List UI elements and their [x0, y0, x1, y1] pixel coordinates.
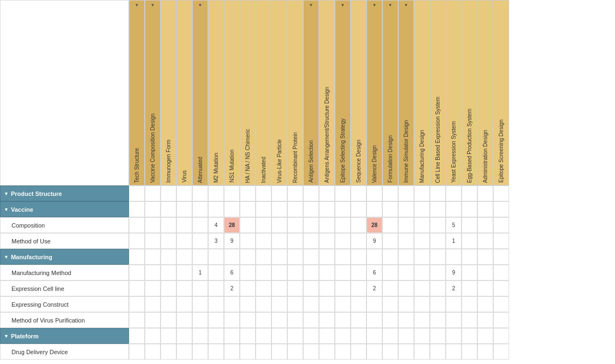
- col-header-1[interactable]: ▼Vaccine Composition Design: [145, 0, 161, 186]
- cell-1-23[interactable]: [493, 201, 509, 217]
- cell-8-7[interactable]: [240, 312, 256, 328]
- cell-8-22[interactable]: [477, 312, 493, 328]
- cell-3-13[interactable]: [335, 233, 351, 249]
- cell-0-17[interactable]: [398, 186, 414, 201]
- section-header-1[interactable]: ▼Vaccine: [0, 201, 129, 217]
- cell-4-20[interactable]: [446, 249, 462, 265]
- cell-0-10[interactable]: [287, 186, 303, 201]
- cell-0-3[interactable]: [176, 186, 192, 201]
- cell-3-6[interactable]: 9: [224, 233, 240, 249]
- cell-2-7[interactable]: [240, 217, 256, 233]
- cell-10-19[interactable]: [430, 344, 446, 360]
- cell-4-4[interactable]: [192, 249, 208, 265]
- cell-0-7[interactable]: [240, 186, 256, 201]
- cell-9-14[interactable]: [351, 328, 366, 344]
- cell-6-16[interactable]: [382, 281, 398, 296]
- cell-3-17[interactable]: [398, 233, 414, 249]
- cell-4-16[interactable]: [382, 249, 398, 265]
- cell-4-1[interactable]: [145, 249, 161, 265]
- cell-2-22[interactable]: [477, 217, 493, 233]
- cell-8-2[interactable]: [161, 312, 176, 328]
- cell-7-8[interactable]: [256, 296, 271, 312]
- cell-6-2[interactable]: [161, 281, 176, 296]
- cell-10-1[interactable]: [145, 344, 161, 360]
- cell-10-4[interactable]: [192, 344, 208, 360]
- cell-4-6[interactable]: [224, 249, 240, 265]
- cell-7-4[interactable]: [192, 296, 208, 312]
- cell-7-16[interactable]: [382, 296, 398, 312]
- cell-3-12[interactable]: [319, 233, 335, 249]
- cell-6-10[interactable]: [287, 281, 303, 296]
- cell-2-16[interactable]: [382, 217, 398, 233]
- col-header-17[interactable]: ▼Immune Simulator Design: [398, 0, 414, 186]
- col-expand-icon-15[interactable]: ▼: [372, 3, 377, 8]
- cell-7-7[interactable]: [240, 296, 256, 312]
- cell-3-21[interactable]: [462, 233, 477, 249]
- cell-10-10[interactable]: [287, 344, 303, 360]
- cell-4-11[interactable]: [303, 249, 319, 265]
- cell-0-18[interactable]: [414, 186, 430, 201]
- cell-5-3[interactable]: [176, 265, 192, 281]
- cell-10-14[interactable]: [351, 344, 366, 360]
- cell-4-0[interactable]: [129, 249, 145, 265]
- cell-9-4[interactable]: [192, 328, 208, 344]
- cell-4-18[interactable]: [414, 249, 430, 265]
- cell-4-15[interactable]: [366, 249, 382, 265]
- cell-4-17[interactable]: [398, 249, 414, 265]
- cell-4-21[interactable]: [462, 249, 477, 265]
- cell-1-13[interactable]: [335, 201, 351, 217]
- collapse-icon-0[interactable]: ▼: [4, 191, 9, 196]
- cell-1-16[interactable]: [382, 201, 398, 217]
- cell-5-14[interactable]: [351, 265, 366, 281]
- cell-1-9[interactable]: [271, 201, 287, 217]
- cell-3-4[interactable]: [192, 233, 208, 249]
- col-expand-icon-13[interactable]: ▼: [341, 3, 345, 8]
- cell-9-2[interactable]: [161, 328, 176, 344]
- cell-1-12[interactable]: [319, 201, 335, 217]
- col-header-4[interactable]: ▼Attenuated: [192, 0, 208, 186]
- cell-10-22[interactable]: [477, 344, 493, 360]
- cell-3-5[interactable]: 3: [208, 233, 224, 249]
- cell-1-14[interactable]: [351, 201, 366, 217]
- cell-3-15[interactable]: 9: [366, 233, 382, 249]
- cell-0-14[interactable]: [351, 186, 366, 201]
- cell-5-11[interactable]: [303, 265, 319, 281]
- cell-8-3[interactable]: [176, 312, 192, 328]
- cell-7-23[interactable]: [493, 296, 509, 312]
- cell-1-6[interactable]: [224, 201, 240, 217]
- cell-10-20[interactable]: [446, 344, 462, 360]
- cell-9-1[interactable]: [145, 328, 161, 344]
- cell-6-9[interactable]: [271, 281, 287, 296]
- cell-10-16[interactable]: [382, 344, 398, 360]
- cell-7-19[interactable]: [430, 296, 446, 312]
- col-expand-icon-17[interactable]: ▼: [404, 3, 409, 8]
- cell-0-0[interactable]: [129, 186, 145, 201]
- cell-9-7[interactable]: [240, 328, 256, 344]
- cell-3-19[interactable]: [430, 233, 446, 249]
- cell-2-19[interactable]: [430, 217, 446, 233]
- cell-2-23[interactable]: [493, 217, 509, 233]
- cell-2-20[interactable]: 5: [446, 217, 462, 233]
- cell-0-13[interactable]: [335, 186, 351, 201]
- cell-10-2[interactable]: [161, 344, 176, 360]
- cell-7-5[interactable]: [208, 296, 224, 312]
- cell-9-18[interactable]: [414, 328, 430, 344]
- cell-7-2[interactable]: [161, 296, 176, 312]
- cell-9-21[interactable]: [462, 328, 477, 344]
- cell-0-20[interactable]: [446, 186, 462, 201]
- cell-3-11[interactable]: [303, 233, 319, 249]
- cell-0-6[interactable]: [224, 186, 240, 201]
- cell-0-23[interactable]: [493, 186, 509, 201]
- cell-9-20[interactable]: [446, 328, 462, 344]
- cell-5-15[interactable]: 6: [366, 265, 382, 281]
- col-header-16[interactable]: ▼Formulation Design: [382, 0, 398, 186]
- cell-2-5[interactable]: 4: [208, 217, 224, 233]
- cell-3-23[interactable]: [493, 233, 509, 249]
- cell-9-10[interactable]: [287, 328, 303, 344]
- cell-0-11[interactable]: [303, 186, 319, 201]
- cell-2-18[interactable]: [414, 217, 430, 233]
- cell-5-0[interactable]: [129, 265, 145, 281]
- cell-4-2[interactable]: [161, 249, 176, 265]
- cell-5-17[interactable]: [398, 265, 414, 281]
- cell-3-14[interactable]: [351, 233, 366, 249]
